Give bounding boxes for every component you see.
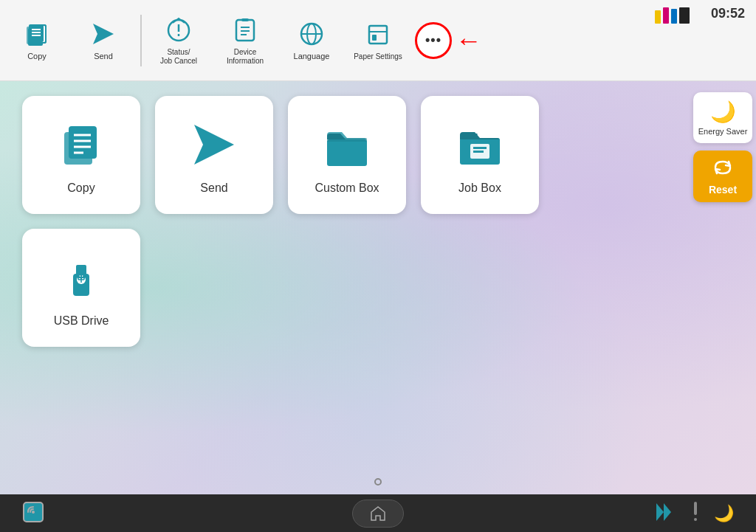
nav-send[interactable]: Send (74, 13, 133, 67)
tile-send[interactable]: Send (155, 96, 273, 214)
svg-rect-20 (369, 26, 387, 44)
ink-magenta (663, 7, 669, 24)
reset-label: Reset (709, 184, 737, 196)
svg-rect-34 (473, 147, 487, 149)
ink-black (679, 7, 690, 24)
nav-status[interactable]: Status/Job Cancel (149, 10, 208, 72)
tile-job-box-label: Job Box (458, 182, 501, 195)
tile-copy-icon (52, 115, 111, 174)
svg-rect-35 (473, 151, 484, 153)
tile-custom-box-label: Custom Box (315, 182, 379, 195)
svg-rect-13 (241, 18, 249, 21)
svg-rect-30 (327, 139, 367, 166)
svg-rect-51 (694, 518, 697, 521)
moon-icon: 🌙 (714, 504, 734, 523)
svg-rect-31 (327, 138, 367, 142)
alert-icon (692, 502, 699, 525)
tile-usb-icon (52, 248, 111, 307)
ink-yellow (655, 10, 661, 24)
tile-copy-label: Copy (67, 182, 94, 195)
svg-rect-50 (694, 502, 697, 515)
more-dots: ••• (425, 32, 441, 48)
nav-paper-settings-label: Paper Settings (354, 52, 402, 61)
reset-button[interactable]: Reset (693, 151, 752, 202)
tile-copy[interactable]: Copy (22, 96, 140, 214)
nav-status-label: Status/Job Cancel (160, 48, 197, 66)
nfc-icon (22, 501, 44, 526)
nav-language[interactable]: Language (282, 13, 341, 67)
svg-marker-49 (664, 503, 671, 521)
nav-device-info-label: Device Information (219, 48, 272, 66)
bottom-center (352, 500, 404, 528)
tile-custom-box-icon (317, 115, 377, 174)
time-display: 09:52 (711, 6, 745, 21)
svg-marker-29 (194, 125, 234, 165)
svg-point-47 (32, 511, 35, 514)
home-button[interactable] (352, 500, 404, 528)
bottom-right: 🌙 (656, 502, 734, 525)
tile-send-label: Send (200, 182, 227, 195)
ink-indicators (655, 7, 690, 24)
main-area: Copy Send Custom Box (0, 81, 756, 494)
tile-usb-label: USB Drive (54, 314, 109, 328)
ink-cyan (671, 9, 677, 24)
nav-divider (140, 15, 142, 66)
arrow-indicator: ← (456, 25, 482, 56)
paper-settings-icon (363, 20, 393, 49)
nav-device-info[interactable]: Device Information (216, 10, 275, 72)
svg-marker-8 (93, 24, 114, 44)
tile-send-icon (185, 115, 244, 174)
language-icon (297, 19, 326, 49)
nav-copy[interactable]: Copy (7, 13, 66, 67)
tile-job-box[interactable]: Job Box (421, 96, 539, 214)
reset-icon (712, 157, 733, 182)
nav-language-label: Language (294, 52, 330, 61)
nav-paper-settings[interactable]: Paper Settings (348, 14, 408, 67)
energy-saver-button[interactable]: 🌙 Energy Saver (693, 92, 752, 143)
status-icon (164, 15, 193, 45)
bottom-bar: 🌙 (0, 494, 756, 532)
top-bar: Copy Send Status/Job Cancel (0, 0, 756, 81)
tiles-container: Copy Send Custom Box (22, 96, 539, 347)
svg-marker-48 (656, 503, 664, 521)
more-btn-wrap: ••• ← (415, 22, 482, 59)
svg-rect-38 (76, 265, 86, 277)
right-panel: 🌙 Energy Saver Reset (690, 81, 756, 494)
fast-forward-icon (656, 503, 677, 524)
pagination (374, 478, 382, 486)
device-info-icon (230, 15, 260, 45)
page-dot-1[interactable] (374, 478, 382, 486)
copy-nav-icon (22, 19, 52, 49)
energy-saver-label: Energy Saver (698, 127, 748, 136)
nav-group-2: Status/Job Cancel Device Information (149, 10, 408, 72)
more-button[interactable]: ••• (415, 22, 452, 59)
tile-custom-box[interactable]: Custom Box (288, 96, 406, 214)
send-nav-icon (89, 19, 118, 49)
bottom-left (22, 501, 44, 526)
nav-send-label: Send (94, 52, 113, 61)
nav-copy-label: Copy (27, 52, 47, 61)
nav-group-1: Copy Send (7, 13, 133, 67)
tile-job-box-icon (450, 115, 509, 174)
energy-saver-icon: 🌙 (710, 100, 736, 124)
tile-usb-drive[interactable]: USB Drive (22, 229, 140, 347)
svg-rect-22 (372, 35, 377, 41)
